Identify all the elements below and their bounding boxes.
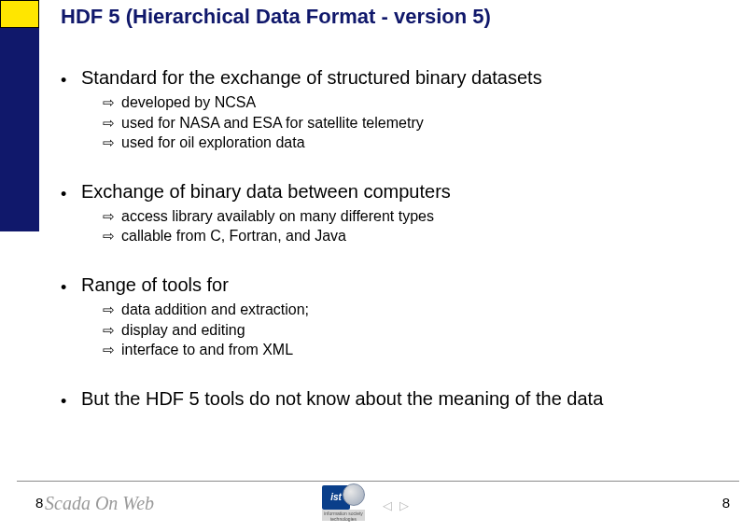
sub-text: developed by NCSA — [121, 92, 256, 113]
bullet-text: Range of tools for — [81, 274, 229, 296]
bullet-dot-icon: • — [61, 72, 81, 89]
bullet-dot-icon: • — [61, 186, 81, 203]
sub-text: interface to and from XML — [121, 340, 293, 360]
page-number-left: 8 — [35, 495, 43, 511]
sub-list: ⇨ data addition and extraction; ⇨ displa… — [103, 300, 733, 360]
sub-text: access library availably on many differe… — [121, 206, 434, 227]
slide-title: HDF 5 (Hierarchical Data Format - versio… — [61, 5, 491, 29]
arrow-right-icon: ⇨ — [103, 227, 121, 245]
sub-text: display and editing — [121, 320, 245, 341]
ist-logo-subtitle: information society technologies — [322, 510, 365, 521]
bullet-dot-icon: • — [61, 279, 81, 296]
slide-content: • Standard for the exchange of structure… — [61, 67, 733, 410]
accent-bar-blue — [0, 28, 39, 231]
bullet-point: • But the HDF 5 tools do not know about … — [61, 388, 733, 410]
sub-text: callable from C, Fortran, and Java — [121, 226, 346, 246]
brand-logo-text: Scada On Web — [45, 493, 154, 514]
sub-list: ⇨ developed by NCSA ⇨ used for NASA and … — [103, 92, 733, 153]
arrow-right-icon: ⇨ — [103, 341, 121, 359]
sub-item: ⇨ access library availably on many diffe… — [103, 206, 733, 227]
arrow-right-icon: ⇨ — [103, 133, 121, 152]
bullet-point: • Range of tools for — [61, 274, 733, 296]
bullet-text: Standard for the exchange of structured … — [81, 67, 542, 89]
bullet-point: • Exchange of binary data between comput… — [61, 181, 733, 203]
arrow-right-icon: ⇨ — [103, 207, 121, 226]
ist-logo: ist information society technologies — [322, 485, 372, 523]
sub-list: ⇨ access library availably on many diffe… — [103, 206, 733, 246]
sub-text: data addition and extraction; — [121, 300, 309, 320]
arrow-right-icon: ⇨ — [103, 114, 121, 133]
bullet-dot-icon: • — [61, 393, 81, 410]
bullet-text: Exchange of binary data between computer… — [81, 181, 451, 203]
sub-item: ⇨ used for oil exploration data — [103, 133, 733, 153]
sub-item: ⇨ display and editing — [103, 320, 733, 341]
sub-item: ⇨ callable from C, Fortran, and Java — [103, 226, 733, 246]
globe-icon — [343, 483, 365, 506]
bullet-point: • Standard for the exchange of structure… — [61, 67, 733, 89]
sub-item: ⇨ data addition and extraction; — [103, 300, 733, 320]
nav-arrows-icon: ◁ ▷ — [383, 498, 411, 512]
arrow-right-icon: ⇨ — [103, 93, 121, 112]
page-number-right: 8 — [722, 495, 730, 511]
sub-text: used for oil exploration data — [121, 133, 305, 153]
sub-item: ⇨ used for NASA and ESA for satellite te… — [103, 113, 733, 133]
arrow-right-icon: ⇨ — [103, 301, 121, 319]
footer-divider — [17, 481, 739, 482]
sub-item: ⇨ interface to and from XML — [103, 340, 733, 360]
sub-item: ⇨ developed by NCSA — [103, 92, 733, 113]
accent-box-yellow — [0, 0, 39, 28]
bullet-text: But the HDF 5 tools do not know about th… — [81, 388, 603, 410]
arrow-right-icon: ⇨ — [103, 321, 121, 340]
sub-text: used for NASA and ESA for satellite tele… — [121, 113, 424, 133]
